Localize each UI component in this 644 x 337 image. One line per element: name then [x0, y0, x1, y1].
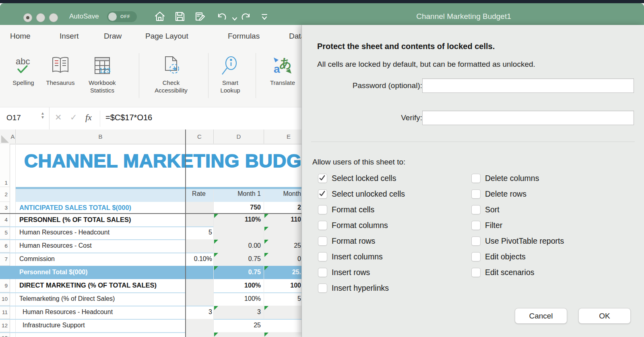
- spelling-button[interactable]: abc Spelling: [7, 52, 39, 86]
- cell-e4[interactable]: 110: [264, 214, 301, 226]
- autosave-toggle[interactable]: OFF: [107, 11, 137, 22]
- checkbox-format-columns[interactable]: [318, 221, 327, 230]
- cell-b12[interactable]: Infrastructure Support: [16, 319, 185, 332]
- cell-b8[interactable]: Personnel Total $(000): [16, 266, 185, 279]
- cell-c7[interactable]: 0.10%: [185, 253, 213, 266]
- cell-c5[interactable]: 5: [185, 226, 213, 239]
- cell-b10[interactable]: Telemarketing (% of Direct Sales): [16, 292, 185, 306]
- undo-icon[interactable]: [216, 10, 228, 23]
- cell-d4[interactable]: 110%: [213, 214, 264, 226]
- column-header-d[interactable]: D: [214, 129, 264, 144]
- cell-b9[interactable]: DIRECT MARKETING (% OF TOTAL SALES): [16, 279, 225, 292]
- option-label: Select locked cells: [332, 174, 396, 183]
- save-icon[interactable]: [174, 10, 186, 23]
- undo-chevron-icon[interactable]: [229, 13, 241, 25]
- redo-icon[interactable]: [240, 10, 252, 23]
- cancel-entry-icon[interactable]: ✕: [55, 113, 62, 122]
- cell-d2[interactable]: Month 1: [213, 187, 264, 202]
- minimize-window-button[interactable]: [36, 13, 45, 22]
- cell-d10[interactable]: 100%: [213, 292, 264, 306]
- home-icon[interactable]: [154, 10, 166, 23]
- ok-button[interactable]: OK: [578, 308, 631, 324]
- workbook-statistics-button[interactable]: 123 Workbook Statistics: [82, 52, 122, 94]
- cell-e2[interactable]: Month: [264, 187, 301, 202]
- column-header-a[interactable]: A: [10, 129, 16, 144]
- cell-c2[interactable]: Rate: [185, 187, 213, 202]
- zoom-window-button[interactable]: [49, 13, 58, 22]
- checkbox-format-cells[interactable]: [318, 205, 327, 214]
- dialog-subtext: All cells are locked by default, but can…: [317, 60, 535, 69]
- smart-lookup-button[interactable]: Smart Lookup: [214, 52, 246, 94]
- thesaurus-button[interactable]: Thesaurus: [42, 52, 79, 86]
- cell-e7[interactable]: 0: [264, 253, 301, 266]
- save-as-edit-icon[interactable]: [194, 10, 206, 23]
- cell-e9[interactable]: 100: [264, 279, 301, 292]
- cell-b6[interactable]: Human Resources - Cost: [16, 239, 185, 253]
- checkbox-insert-hyperlinks[interactable]: [318, 284, 327, 293]
- cell-e6[interactable]: 25: [264, 239, 301, 253]
- cell-c11[interactable]: 3: [185, 306, 213, 319]
- checkbox-delete-rows[interactable]: [471, 189, 481, 199]
- translate-button[interactable]: あa Translate: [262, 52, 303, 86]
- check-accessibility-button[interactable]: Check Accessibility: [147, 52, 195, 94]
- toggle-knob-icon: [108, 12, 117, 21]
- cell-e10[interactable]: 5: [264, 292, 301, 306]
- checkbox-use-pivottable-reports[interactable]: [471, 236, 481, 246]
- select-all-corner[interactable]: [1, 135, 9, 143]
- confirm-entry-icon[interactable]: ✓: [70, 113, 77, 122]
- checkbox-select-unlocked-cells[interactable]: [318, 189, 327, 199]
- name-box[interactable]: O17: [6, 113, 21, 122]
- checkbox-insert-rows[interactable]: [318, 268, 327, 277]
- column-header-c[interactable]: C: [186, 129, 214, 144]
- cell-d12[interactable]: 25: [213, 319, 264, 332]
- allow-users-label: Allow users of this sheet to:: [312, 158, 405, 166]
- checkbox-edit-objects[interactable]: [471, 252, 481, 261]
- sheet-row-3[interactable]: ANTICIPATED SALES TOTAL $(000) 750 2: [0, 202, 314, 214]
- sheet-row-9[interactable]: DIRECT MARKETING (% OF TOTAL SALES) 100%…: [0, 279, 314, 293]
- sheet-row-1[interactable]: CHANNEL MARKETING BUDGET: [0, 144, 314, 187]
- cell-d3[interactable]: 750: [213, 202, 264, 214]
- checkbox-filter[interactable]: [471, 221, 481, 230]
- error-indicator-icon: [264, 253, 268, 257]
- cell-b3[interactable]: ANTICIPATED SALES TOTAL $(000): [16, 202, 185, 214]
- workbook-statistics-icon: 123: [82, 52, 122, 79]
- tab-formulas[interactable]: Formulas: [228, 32, 260, 41]
- cell-e3[interactable]: 2: [264, 202, 301, 214]
- spelling-label: Spelling: [7, 79, 39, 86]
- tab-insert[interactable]: Insert: [60, 32, 79, 41]
- checkbox-select-locked-cells[interactable]: [318, 174, 327, 183]
- cell-d6[interactable]: 0.00: [213, 239, 264, 253]
- checkbox-insert-columns[interactable]: [318, 252, 327, 261]
- sheet-row-2[interactable]: Rate Month 1 Month: [0, 187, 314, 202]
- cancel-button[interactable]: Cancel: [515, 308, 567, 324]
- cell-e8[interactable]: 25.: [264, 266, 301, 279]
- verify-field[interactable]: [422, 111, 634, 125]
- sheet-row-12[interactable]: Infrastructure Support 25: [0, 319, 314, 333]
- cell-b5[interactable]: Human Resources - Headcount: [16, 226, 185, 239]
- checkbox-sort[interactable]: [471, 205, 481, 214]
- cell-b11[interactable]: Human Resources - Headcount: [16, 306, 185, 319]
- cell-b7[interactable]: Commission: [16, 253, 185, 266]
- error-indicator-icon: [264, 240, 268, 244]
- cell-d11[interactable]: 3: [213, 306, 264, 319]
- cell-d9[interactable]: 100%: [213, 279, 264, 292]
- checkbox-delete-columns[interactable]: [471, 174, 481, 183]
- error-indicator-icon: [264, 306, 268, 310]
- cell-b4[interactable]: PERSONNEL (% OF TOTAL SALES): [16, 214, 185, 226]
- column-header-b[interactable]: B: [16, 129, 186, 144]
- header-underline: [16, 187, 314, 189]
- password-field[interactable]: [422, 78, 634, 93]
- cell-d7[interactable]: 0.75: [213, 253, 264, 266]
- sheet-row-10[interactable]: Telemarketing (% of Direct Sales) 100% 5: [0, 292, 314, 306]
- checkbox-format-rows[interactable]: [318, 236, 327, 246]
- cell-d8[interactable]: 0.75: [213, 266, 264, 279]
- formula-input[interactable]: =$C$17*O16: [105, 113, 152, 122]
- close-window-button[interactable]: [23, 13, 32, 22]
- tab-draw[interactable]: Draw: [104, 32, 122, 41]
- name-box-stepper[interactable]: ▲▼: [39, 111, 47, 126]
- checkbox-edit-scenarios[interactable]: [471, 268, 481, 277]
- insert-function-icon[interactable]: fx: [85, 112, 92, 123]
- tab-page-layout[interactable]: Page Layout: [145, 32, 188, 41]
- tab-home[interactable]: Home: [10, 32, 31, 41]
- customize-toolbar-icon[interactable]: [258, 10, 270, 23]
